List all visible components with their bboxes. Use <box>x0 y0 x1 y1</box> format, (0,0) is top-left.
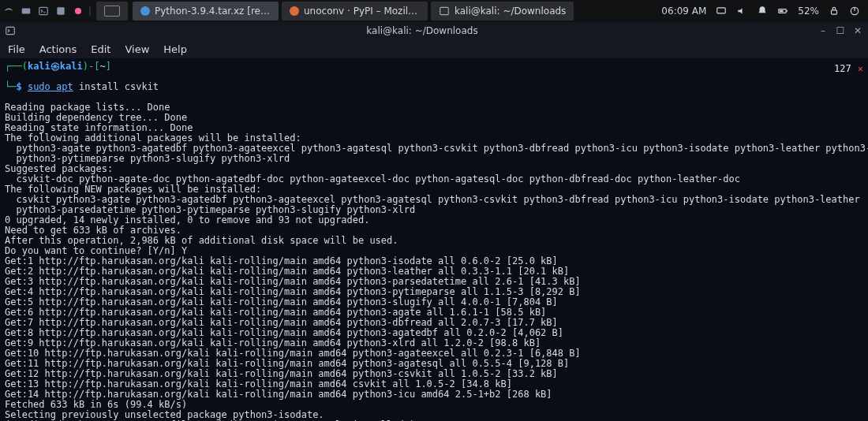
minimize-button[interactable]: – <box>817 25 829 36</box>
terminal-task-icon <box>439 6 450 17</box>
svg-rect-4 <box>440 7 449 14</box>
svg-rect-8 <box>780 10 784 12</box>
notifications-icon[interactable] <box>757 6 768 17</box>
terminal-window: kali@kali: ~/Downloads – ☐ ✕ File Action… <box>0 22 868 421</box>
svg-rect-7 <box>787 10 788 12</box>
taskbar-tray: 06:09 AM 52% <box>661 6 868 17</box>
editor-icon[interactable] <box>54 4 68 18</box>
maximize-button[interactable]: ☐ <box>835 25 846 36</box>
taskbar-separator: | <box>87 0 93 22</box>
search-close-button[interactable]: ✕ <box>858 63 863 74</box>
files-icon[interactable] <box>19 4 33 18</box>
prompt-line-2: └─$ sudo apt install csvkit <box>5 82 863 92</box>
battery-pct: 52% <box>798 6 819 17</box>
close-button[interactable]: ✕ <box>852 25 863 36</box>
menu-help[interactable]: Help <box>163 43 187 55</box>
tray-monitor-icon[interactable] <box>716 6 727 17</box>
workspace-switcher[interactable] <box>96 2 128 20</box>
svg-rect-5 <box>717 8 726 13</box>
battery-icon[interactable] <box>777 6 788 17</box>
volume-icon[interactable] <box>736 6 747 17</box>
svg-rect-9 <box>832 10 837 14</box>
svg-point-3 <box>75 8 81 14</box>
terminal-output[interactable]: ┌──(kali㉿kali)-[~] └─$ sudo apt install … <box>5 61 863 421</box>
lock-icon[interactable] <box>829 6 840 17</box>
search-match-count: 127 <box>834 63 851 74</box>
pink-app-icon[interactable] <box>71 4 85 18</box>
cmd-sudo: sudo <box>28 82 51 92</box>
launcher-icons: | <box>0 0 93 22</box>
svg-rect-1 <box>39 7 48 14</box>
cmd-args: install csvkit <box>73 82 159 92</box>
menu-view[interactable]: View <box>125 43 149 55</box>
taskbar-task-label: Python-3.9.4.tar.xz [rea... <box>155 6 271 17</box>
menu-file[interactable]: File <box>8 43 25 55</box>
menu-actions[interactable]: Actions <box>39 43 77 55</box>
taskbar-task-terminal[interactable]: kali@kali: ~/Downloads <box>431 2 574 20</box>
window-title: kali@kali: ~/Downloads <box>28 25 816 36</box>
archive-icon <box>140 6 150 16</box>
clock[interactable]: 06:09 AM <box>661 6 706 17</box>
terminal-launcher-icon[interactable] <box>36 4 51 18</box>
menu-edit[interactable]: Edit <box>91 43 110 55</box>
firefox-icon <box>290 6 299 16</box>
terminal-menubar: File Actions Edit View Help <box>0 39 868 58</box>
window-titlebar[interactable]: kali@kali: ~/Downloads – ☐ ✕ <box>0 22 868 39</box>
svg-rect-0 <box>22 9 31 14</box>
taskbar-left-group: | Python-3.9.4.tar.xz [rea... unoconv · … <box>0 0 575 22</box>
power-icon[interactable] <box>849 6 860 17</box>
terminal-lines: Reading package lists... Done Building d… <box>5 102 868 421</box>
kali-logo-icon[interactable] <box>2 4 16 18</box>
system-taskbar: | Python-3.9.4.tar.xz [rea... unoconv · … <box>0 0 868 22</box>
taskbar-task-label: kali@kali: ~/Downloads <box>455 6 566 17</box>
titlebar-icon <box>5 25 28 36</box>
cmd-apt: apt <box>51 82 73 92</box>
svg-rect-12 <box>6 27 15 34</box>
search-match-overlay: 127 ✕ <box>834 63 863 74</box>
prompt-line-1: ┌──(kali㉿kali)-[~] <box>5 61 863 72</box>
svg-rect-2 <box>57 7 64 14</box>
taskbar-task-label: unoconv · PyPI – Mozilla ... <box>304 6 420 17</box>
svg-rect-11 <box>854 7 855 11</box>
taskbar-task-firefox[interactable]: unoconv · PyPI – Mozilla ... <box>282 2 428 20</box>
terminal-body[interactable]: 127 ✕ ┌──(kali㉿kali)-[~] └─$ sudo apt in… <box>0 58 868 421</box>
taskbar-task-python[interactable]: Python-3.9.4.tar.xz [rea... <box>133 2 279 20</box>
